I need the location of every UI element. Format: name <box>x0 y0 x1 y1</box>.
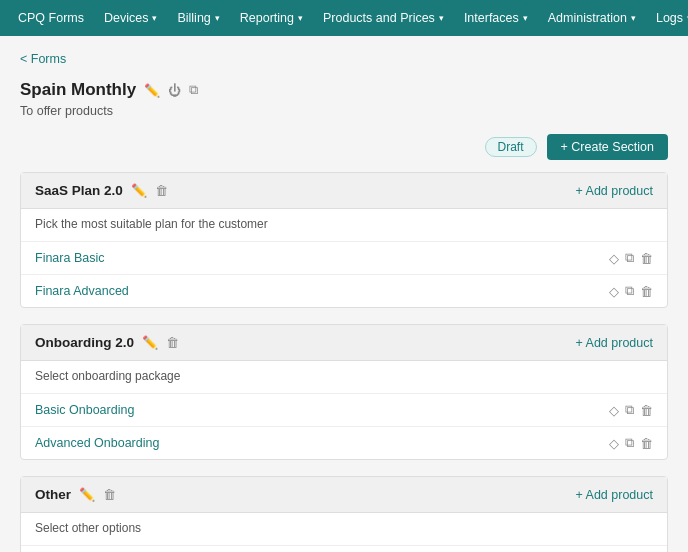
nav-item-cpq-forms[interactable]: CPQ Forms <box>8 0 94 36</box>
add-product-link-saas[interactable]: + Add product <box>576 184 654 198</box>
delete-section-icon-other[interactable]: 🗑 <box>103 487 116 502</box>
product-link[interactable]: Finara Advanced <box>35 284 129 298</box>
section-header-saas: SaaS Plan 2.0✏️🗑+ Add product <box>21 173 667 209</box>
section-description-other: Select other options <box>21 513 667 546</box>
section-description-onboarding: Select onboarding package <box>21 361 667 394</box>
product-actions: ◇⧉🗑 <box>609 435 653 451</box>
nav-item-devices[interactable]: Devices▾ <box>94 0 167 36</box>
sections-container: SaaS Plan 2.0✏️🗑+ Add productPick the mo… <box>20 172 668 552</box>
page-title-row: Spain Monthly ✏️ ⏻ ⧉ <box>20 80 668 100</box>
product-row: Finara Advanced◇⧉🗑 <box>21 275 667 307</box>
add-product-link-onboarding[interactable]: + Add product <box>576 336 654 350</box>
product-row: Basic Onboarding◇⧉🗑 <box>21 394 667 427</box>
product-row: Finara Basic◇⧉🗑 <box>21 242 667 275</box>
chevron-down-icon: ▾ <box>152 13 157 23</box>
product-actions: ◇⧉🗑 <box>609 402 653 418</box>
section-card-onboarding: Onboarding 2.0✏️🗑+ Add productSelect onb… <box>20 324 668 460</box>
section-title-saas: SaaS Plan 2.0 <box>35 183 123 198</box>
add-product-link-other[interactable]: + Add product <box>576 488 654 502</box>
delete-section-icon-onboarding[interactable]: 🗑 <box>166 335 179 350</box>
product-row: Rest API Requests◇⧉🗑 <box>21 546 667 552</box>
diamond-icon[interactable]: ◇ <box>609 436 619 451</box>
draft-badge: Draft <box>485 137 537 157</box>
edit-section-icon-saas[interactable]: ✏️ <box>131 183 147 198</box>
chevron-down-icon: ▾ <box>298 13 303 23</box>
section-title-other: Other <box>35 487 71 502</box>
copy-product-icon[interactable]: ⧉ <box>625 283 634 299</box>
product-link[interactable]: Basic Onboarding <box>35 403 134 417</box>
edit-section-icon-onboarding[interactable]: ✏️ <box>142 335 158 350</box>
delete-product-icon[interactable]: 🗑 <box>640 403 653 418</box>
product-link[interactable]: Advanced Onboarding <box>35 436 159 450</box>
delete-product-icon[interactable]: 🗑 <box>640 284 653 299</box>
delete-section-icon-saas[interactable]: 🗑 <box>155 183 168 198</box>
product-actions: ◇⧉🗑 <box>609 250 653 266</box>
chevron-down-icon: ▾ <box>439 13 444 23</box>
nav-item-reporting[interactable]: Reporting▾ <box>230 0 313 36</box>
delete-product-icon[interactable]: 🗑 <box>640 251 653 266</box>
create-section-button[interactable]: + Create Section <box>547 134 668 160</box>
section-description-saas: Pick the most suitable plan for the cust… <box>21 209 667 242</box>
edit-section-icon-other[interactable]: ✏️ <box>79 487 95 502</box>
nav-item-logs[interactable]: Logs▾ <box>646 0 688 36</box>
copy-product-icon[interactable]: ⧉ <box>625 435 634 451</box>
copy-icon[interactable]: ⧉ <box>189 82 198 98</box>
diamond-icon[interactable]: ◇ <box>609 403 619 418</box>
edit-title-icon[interactable]: ✏️ <box>144 83 160 98</box>
section-header-other: Other✏️🗑+ Add product <box>21 477 667 513</box>
delete-product-icon[interactable]: 🗑 <box>640 436 653 451</box>
chevron-down-icon: ▾ <box>631 13 636 23</box>
top-navigation: CPQ FormsDevices▾Billing▾Reporting▾Produ… <box>0 0 688 36</box>
page-content: < Forms Spain Monthly ✏️ ⏻ ⧉ To offer pr… <box>0 36 688 552</box>
chevron-down-icon: ▾ <box>523 13 528 23</box>
product-link[interactable]: Finara Basic <box>35 251 104 265</box>
section-card-other: Other✏️🗑+ Add productSelect other option… <box>20 476 668 552</box>
nav-item-billing[interactable]: Billing▾ <box>167 0 229 36</box>
chevron-down-icon: ▾ <box>215 13 220 23</box>
top-controls: Draft + Create Section <box>20 134 668 160</box>
breadcrumb[interactable]: < Forms <box>20 52 668 66</box>
nav-item-products-and-prices[interactable]: Products and Prices▾ <box>313 0 454 36</box>
product-row: Advanced Onboarding◇⧉🗑 <box>21 427 667 459</box>
copy-product-icon[interactable]: ⧉ <box>625 402 634 418</box>
page-title: Spain Monthly <box>20 80 136 100</box>
diamond-icon[interactable]: ◇ <box>609 251 619 266</box>
section-card-saas: SaaS Plan 2.0✏️🗑+ Add productPick the mo… <box>20 172 668 308</box>
section-title-onboarding: Onboarding 2.0 <box>35 335 134 350</box>
diamond-icon[interactable]: ◇ <box>609 284 619 299</box>
product-actions: ◇⧉🗑 <box>609 283 653 299</box>
nav-item-administration[interactable]: Administration▾ <box>538 0 646 36</box>
copy-product-icon[interactable]: ⧉ <box>625 250 634 266</box>
power-icon[interactable]: ⏻ <box>168 83 181 98</box>
page-subtitle: To offer products <box>20 104 668 118</box>
section-header-onboarding: Onboarding 2.0✏️🗑+ Add product <box>21 325 667 361</box>
nav-item-interfaces[interactable]: Interfaces▾ <box>454 0 538 36</box>
